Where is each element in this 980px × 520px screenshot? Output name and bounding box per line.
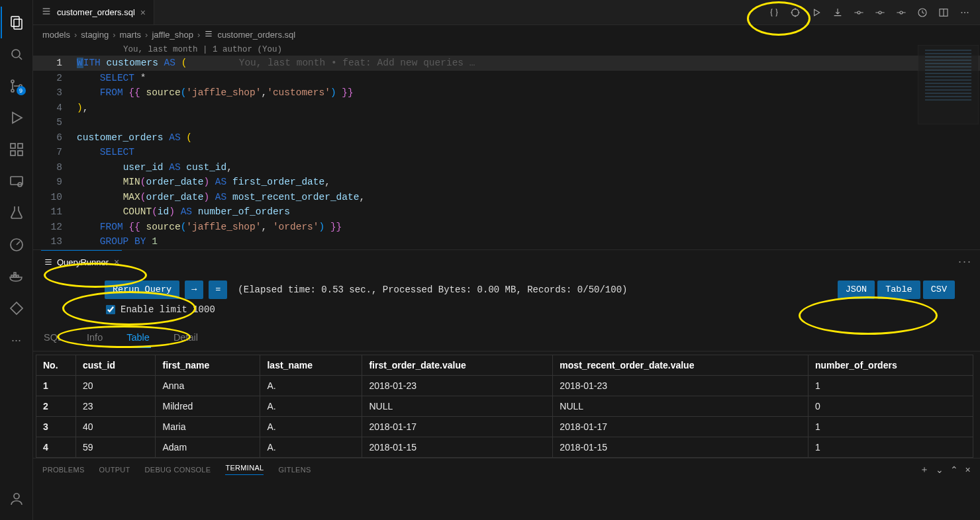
format-table-button[interactable]: Table [877, 281, 920, 299]
line-number: 8 [33, 160, 77, 175]
tab-terminal[interactable]: TERMINAL [225, 464, 264, 475]
target-icon[interactable] [787, 4, 804, 21]
table-row[interactable]: 3 40 Maria A. 2018-01-17 2018-01-17 1 [36, 416, 973, 437]
svg-point-21 [900, 11, 903, 14]
svg-rect-7 [18, 144, 23, 148]
line-number: 9 [33, 175, 77, 190]
tab-debug-console[interactable]: DEBUG CONSOLE [145, 466, 211, 474]
editor-tab-row: customer_orders.sql × ··· [33, 0, 980, 25]
enable-limit-checkbox[interactable] [106, 305, 115, 314]
query-status: (Elapsed time: 0.53 sec., Processed Byte… [238, 284, 627, 295]
file-icon [41, 6, 52, 19]
line-number: 1 [33, 56, 77, 71]
rerun-query-button[interactable]: Rerun Query [105, 281, 179, 299]
svg-point-17 [14, 494, 19, 499]
col-no[interactable]: No. [36, 355, 76, 375]
run-debug-icon[interactable] [1, 102, 32, 134]
col-first-order[interactable]: first_order_date.value [362, 355, 553, 375]
close-icon[interactable]: × [114, 257, 119, 267]
equals-button[interactable]: = [209, 281, 227, 299]
editor-actions: ··· [765, 4, 980, 21]
line-number: 4 [33, 101, 77, 116]
extensions-icon[interactable] [1, 134, 32, 165]
col-first-name[interactable]: first_name [156, 355, 260, 375]
svg-rect-6 [11, 144, 15, 148]
table-row[interactable]: 1 20 Anna A. 2018-01-23 2018-01-23 1 [36, 375, 973, 396]
history-icon[interactable] [914, 4, 931, 21]
tab-sql[interactable]: SQL [42, 328, 64, 347]
editor-tab[interactable]: customer_orders.sql × [33, 0, 154, 24]
more-actions-icon[interactable]: ··· [956, 4, 973, 21]
panel-tabs: QueryRunner × ··· [33, 250, 980, 274]
terminal-tabs: PROBLEMS OUTPUT DEBUG CONSOLE TERMINAL G… [33, 458, 980, 476]
terminal-dropdown-icon[interactable]: ⌄ [936, 464, 944, 475]
format-csv-button[interactable]: CSV [923, 281, 955, 299]
commit-icon-2[interactable] [871, 4, 889, 21]
panel-more-icon[interactable]: ··· [958, 255, 972, 269]
more-icon[interactable]: ··· [1, 324, 32, 356]
format-json-button[interactable]: JSON [838, 281, 875, 299]
close-icon[interactable]: × [140, 7, 146, 18]
svg-point-19 [858, 11, 860, 14]
format-buttons: JSON Table CSV [838, 281, 968, 299]
source-control-icon[interactable]: 9 [1, 70, 32, 102]
split-icon[interactable] [935, 4, 952, 21]
line-number: 5 [33, 115, 77, 130]
line-number: 13 [33, 234, 77, 249]
svg-rect-1 [14, 19, 22, 29]
download-icon[interactable] [829, 4, 846, 21]
commit-icon-3[interactable] [893, 4, 910, 21]
close-panel-icon[interactable]: × [965, 464, 971, 475]
svg-rect-0 [11, 17, 19, 26]
editor[interactable]: You, last month | 1 author (You) 1WITH c… [33, 44, 980, 249]
col-cust-id[interactable]: cust_id [76, 355, 156, 375]
docker-icon[interactable] [1, 261, 32, 292]
breadcrumb[interactable]: models› staging› marts› jaffle_shop› cus… [33, 25, 980, 44]
line-number: 2 [33, 71, 77, 86]
breadcrumb-item[interactable]: customer_orders.sql [217, 30, 295, 40]
minimap[interactable] [918, 45, 979, 124]
tab-output[interactable]: OUTPUT [99, 466, 130, 474]
results-table-wrap: No. cust_id first_name last_name first_o… [36, 355, 977, 458]
tab-info[interactable]: Info [85, 328, 104, 347]
line-number: 11 [33, 204, 77, 220]
beaker-icon[interactable] [1, 197, 32, 229]
line-number: 10 [33, 190, 77, 205]
activity-bar: 9 ··· [0, 0, 33, 520]
new-terminal-icon[interactable]: ＋ [920, 464, 929, 476]
table-row[interactable]: 4 59 Adam A. 2018-01-15 2018-01-15 1 [36, 437, 973, 457]
svg-rect-9 [18, 151, 23, 155]
next-button[interactable]: → [185, 281, 203, 299]
git-inline-blame: You, last month • feat: Add new queries … [239, 58, 475, 68]
tab-problems[interactable]: PROBLEMS [42, 466, 85, 474]
tab-detail[interactable]: Detail [172, 328, 199, 347]
query-runner-panel: QueryRunner × ··· Rerun Query → = (Elaps… [33, 249, 980, 521]
line-number: 7 [33, 145, 77, 160]
breadcrumb-item[interactable]: models [42, 30, 70, 40]
breadcrumb-item[interactable]: jaffle_shop [152, 30, 193, 40]
col-recent-order[interactable]: most_recent_order_date.value [553, 355, 808, 375]
commit-icon[interactable] [850, 4, 867, 21]
cloud-icon[interactable] [1, 292, 32, 324]
run-icon[interactable] [808, 4, 825, 21]
remote-icon[interactable] [1, 165, 32, 197]
tab-gitlens[interactable]: GITLENS [278, 466, 311, 474]
result-view-tabs: SQL Info Table Detail [33, 322, 980, 352]
col-last-name[interactable]: last_name [260, 355, 362, 375]
explorer-icon[interactable] [1, 7, 32, 38]
tab-table[interactable]: Table [125, 328, 151, 348]
breadcrumb-item[interactable]: marts [120, 30, 142, 40]
table-row[interactable]: 2 23 Mildred A. NULL NULL 0 [36, 396, 973, 416]
maximize-icon[interactable]: ⌃ [950, 464, 958, 475]
panel-tab-queryrunner[interactable]: QueryRunner × [41, 250, 122, 274]
file-icon [204, 29, 213, 40]
col-num-orders[interactable]: number_of_orders [808, 355, 973, 375]
preview-brace-icon[interactable] [765, 4, 783, 21]
speed-icon[interactable] [1, 229, 32, 261]
table-header-row: No. cust_id first_name last_name first_o… [36, 355, 973, 375]
results-table: No. cust_id first_name last_name first_o… [36, 355, 973, 458]
breadcrumb-item[interactable]: staging [81, 30, 109, 40]
codelens[interactable]: You, last month | 1 author (You) [33, 44, 980, 56]
accounts-icon[interactable] [1, 483, 32, 515]
search-icon[interactable] [1, 38, 32, 70]
